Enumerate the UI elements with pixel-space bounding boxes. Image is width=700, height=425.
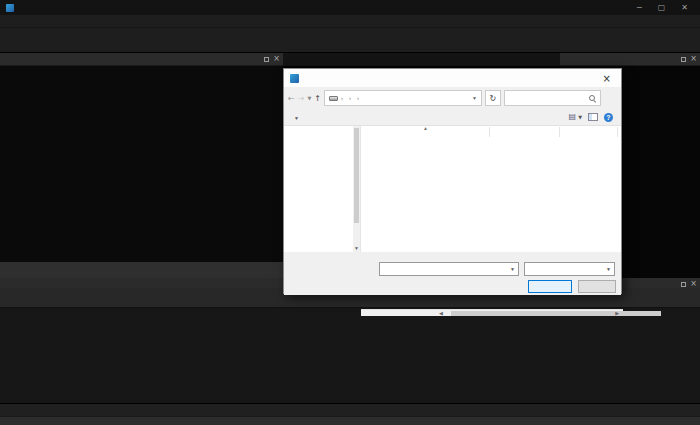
dialog-body: ▼ ▲ ◀ ▶ (284, 126, 621, 252)
close-panel-icon[interactable]: × (690, 56, 697, 62)
playlist-help-text (0, 66, 283, 262)
open-file-dialog: × ← → ▼ ↑ › › › ▼ ↻ ▼ ▤▼ ? (283, 68, 622, 294)
float-panel-icon[interactable] (681, 57, 686, 62)
scrollbar-thumb[interactable] (451, 311, 661, 316)
help-icon[interactable]: ? (604, 113, 613, 122)
playlist-toolbar (0, 262, 283, 278)
player-area-top (283, 53, 560, 66)
file-name-input[interactable]: ▼ (379, 262, 519, 276)
forward-icon[interactable]: → (298, 94, 305, 103)
bottom-dock-tabs (0, 403, 700, 416)
back-icon[interactable]: ← (288, 94, 295, 103)
organize-button[interactable]: ▼ (292, 114, 299, 121)
file-list-header: ▲ (361, 126, 623, 138)
file-type-select[interactable]: ▼ (524, 262, 615, 276)
dialog-title-bar: × (284, 69, 621, 87)
up-icon[interactable]: ↑ (314, 94, 321, 103)
refresh-icon[interactable]: ↻ (485, 90, 501, 106)
jobs-panel-header: × (560, 53, 700, 66)
change-view-button[interactable]: ▤▼ (569, 113, 582, 121)
horizontal-scrollbar[interactable]: ◀ ▶ (361, 309, 623, 316)
chevron-down-icon[interactable]: ▼ (510, 266, 515, 272)
close-icon[interactable]: ✕ (681, 3, 688, 12)
history-dropdown-icon[interactable]: ▼ (307, 95, 311, 101)
window-controls: ─ ▢ ✕ (637, 3, 694, 12)
file-list: ▲ ◀ ▶ (360, 126, 623, 252)
places-sidebar (284, 126, 353, 252)
float-panel-icon[interactable] (264, 57, 269, 62)
close-panel-icon[interactable]: × (273, 56, 280, 62)
dialog-close-icon[interactable]: × (599, 73, 615, 84)
layout-mode-switcher (696, 29, 700, 51)
breadcrumb-dropdown-icon[interactable]: ▼ (472, 95, 477, 101)
scroll-left-icon[interactable]: ◀ (439, 310, 443, 317)
scroll-right-icon[interactable]: ▶ (615, 310, 619, 317)
address-breadcrumb[interactable]: › › › ▼ (324, 90, 482, 106)
menu-bar (0, 15, 700, 28)
cancel-button[interactable] (578, 280, 616, 293)
chevron-down-icon: ▼ (606, 266, 611, 272)
status-bar (0, 416, 700, 425)
sort-ascending-icon: ▲ (423, 125, 428, 131)
search-icon (588, 94, 597, 103)
sidebar-scrollbar[interactable]: ▼ (353, 126, 360, 252)
minimize-icon[interactable]: ─ (637, 3, 642, 12)
float-panel-icon[interactable] (681, 282, 686, 287)
search-input[interactable] (504, 90, 601, 106)
main-toolbar (0, 28, 700, 53)
scroll-down-icon[interactable]: ▼ (353, 245, 360, 251)
maximize-icon[interactable]: ▢ (658, 3, 666, 12)
preview-pane-icon[interactable] (588, 113, 598, 121)
title-bar: ─ ▢ ✕ (0, 0, 700, 15)
close-panel-icon[interactable]: × (690, 281, 697, 287)
app-icon (6, 4, 14, 12)
playlist-panel-header: × (0, 53, 283, 66)
dialog-command-bar: ▼ ▤▼ ? (284, 109, 621, 126)
dialog-footer: ▼ ▼ (284, 259, 621, 295)
timeline-tracks-area[interactable] (0, 308, 700, 403)
dialog-navigation-bar: ← → ▼ ↑ › › › ▼ ↻ (284, 87, 621, 109)
open-button[interactable] (528, 280, 572, 293)
scrollbar-thumb[interactable] (354, 128, 359, 223)
drive-icon (329, 96, 338, 101)
dialog-app-icon (290, 74, 299, 83)
chevron-down-icon: ▼ (294, 115, 299, 121)
